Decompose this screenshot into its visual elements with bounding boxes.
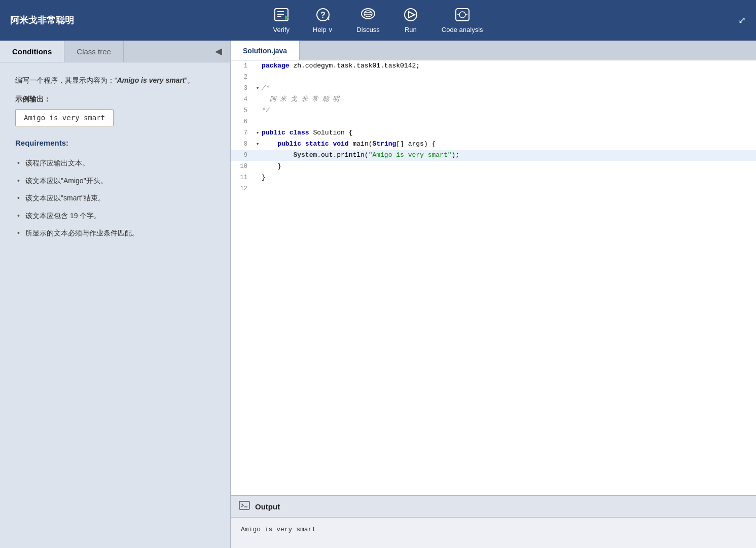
requirement-item: 该文本应以"Amigo"开头。 <box>15 172 215 189</box>
requirements-label: Requirements: <box>15 139 215 147</box>
output-header: Output <box>231 496 756 518</box>
nav-help[interactable]: ? Help ∨ <box>304 4 342 38</box>
svg-line-7 <box>328 17 329 19</box>
code-line-5: 5 */ <box>231 105 756 116</box>
example-output: Amigo is very smart <box>15 109 114 126</box>
output-title: Output <box>255 502 280 511</box>
code-line-1: 1 package zh.codegym.task.task01.task014… <box>231 60 756 72</box>
code-line-7: 7 ▾ public class Solution { <box>231 127 756 139</box>
svg-point-15 <box>459 12 465 18</box>
left-panel: Conditions Class tree ◀ 编写一个程序，其显示内容为：“A… <box>0 41 231 548</box>
svg-text:?: ? <box>320 11 326 19</box>
nav-verify[interactable]: Verify <box>264 4 299 38</box>
code-line-3: 3 ▾ /* <box>231 83 756 94</box>
code-analysis-label: Code analysis <box>442 26 483 33</box>
tab-conditions[interactable]: Conditions <box>0 41 64 62</box>
output-terminal-icon <box>239 501 250 512</box>
task-description: 编写一个程序，其显示内容为：“Amigo is very smart”。 <box>15 75 215 86</box>
file-tab-solution[interactable]: Solution.java <box>231 41 300 60</box>
requirements-list: 该程序应输出文本。 该文本应以"Amigo"开头。 该文本应以"smart"结束… <box>15 154 215 242</box>
requirement-item: 该程序应输出文本。 <box>15 154 215 172</box>
collapse-button[interactable]: ◀ <box>207 41 230 62</box>
verify-label: Verify <box>273 26 290 33</box>
run-label: Run <box>405 26 417 33</box>
discuss-label: Discuss <box>356 26 380 33</box>
code-line-10: 10 } <box>231 161 756 172</box>
code-line-4: 4 阿 米 戈 非 常 聪 明 <box>231 94 756 105</box>
code-line-11: 11 } <box>231 172 756 183</box>
code-line-6: 6 <box>231 116 756 127</box>
code-line-8: 8 ▾ public static void main(String[] arg… <box>231 139 756 150</box>
file-tabs: Solution.java <box>231 41 756 60</box>
tab-class-tree[interactable]: Class tree <box>64 41 124 62</box>
output-panel: Output Amigo is very smart <box>231 495 756 548</box>
code-line-12: 12 <box>231 183 756 194</box>
main-layout: Conditions Class tree ◀ 编写一个程序，其显示内容为：“A… <box>0 41 756 548</box>
verify-icon <box>274 8 289 24</box>
code-line-2: 2 <box>231 72 756 83</box>
code-analysis-icon <box>455 8 470 24</box>
svg-point-8 <box>362 9 375 19</box>
requirement-item: 该文本应以"smart"结束。 <box>15 189 215 207</box>
svg-rect-18 <box>239 501 249 509</box>
output-content: Amigo is very smart <box>231 518 756 548</box>
svg-marker-13 <box>409 12 415 18</box>
code-editor[interactable]: 1 package zh.codegym.task.task01.task014… <box>231 60 756 495</box>
header: 阿米戈非常聪明 Verify ? <box>0 0 756 41</box>
requirement-item: 该文本应包含 19 个字。 <box>15 207 215 224</box>
run-icon <box>403 8 418 24</box>
conditions-content: 编写一个程序，其显示内容为：“Amigo is very smart”。 示例输… <box>0 62 230 548</box>
code-line-9: 9 System.out.println("Amigo is very smar… <box>231 150 756 161</box>
nav-run[interactable]: Run <box>394 4 427 38</box>
help-label: Help ∨ <box>313 26 333 33</box>
right-panel: Solution.java 1 package zh.codegym.task.… <box>231 41 756 548</box>
requirement-item: 所显示的文本必须与作业条件匹配。 <box>15 224 215 242</box>
expand-icon[interactable]: ⤢ <box>738 15 746 26</box>
svg-point-9 <box>364 11 372 17</box>
example-label: 示例输出： <box>15 95 215 104</box>
app-title: 阿米戈非常聪明 <box>10 14 74 26</box>
header-nav: Verify ? Help ∨ <box>264 4 492 38</box>
nav-code-analysis[interactable]: Code analysis <box>433 4 492 38</box>
tab-bar: Conditions Class tree ◀ <box>0 41 230 62</box>
help-icon: ? <box>315 8 331 24</box>
nav-discuss[interactable]: Discuss <box>347 4 389 38</box>
code-lines: 1 package zh.codegym.task.task01.task014… <box>231 60 756 194</box>
discuss-icon <box>361 8 376 24</box>
